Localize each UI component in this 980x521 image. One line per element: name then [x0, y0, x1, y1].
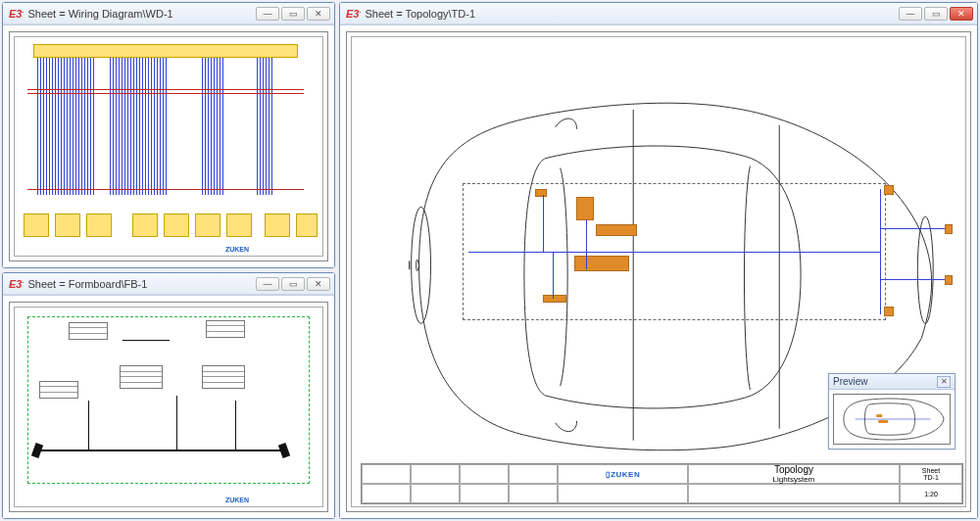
component-connector[interactable]: [543, 295, 566, 303]
data-table: [202, 365, 245, 389]
close-button[interactable]: ✕: [307, 277, 330, 291]
preview-titlebar[interactable]: Preview ✕: [829, 374, 955, 390]
connector-block: [265, 213, 290, 237]
topology-wire: [880, 279, 945, 280]
topology-wire: [586, 220, 587, 269]
component-module[interactable]: [596, 224, 637, 236]
zuken-logo: ZUKEN: [225, 246, 249, 253]
canvas-td[interactable]: ZUKEN Topology Lightsystem Sheet TD-1: [340, 24, 977, 518]
titleblock: ZUKEN Topology Lightsystem Sheet TD-1: [361, 463, 963, 504]
window-title-wd: Sheet = Wiring Diagram\WD-1: [27, 8, 172, 20]
component-ecu[interactable]: [576, 197, 594, 220]
connector-block: [296, 213, 318, 237]
topology-wire: [880, 189, 881, 314]
titleblock-scale: 1:20: [900, 484, 962, 503]
topology-wire: [880, 228, 945, 229]
svg-rect-3: [878, 420, 888, 423]
component-light[interactable]: [884, 307, 894, 316]
component-light[interactable]: [945, 275, 953, 285]
drawing-frame-wd: ZUKEN: [9, 31, 328, 261]
component-light[interactable]: [945, 224, 953, 234]
titleblock-subtitle: Lightsystem: [773, 475, 815, 484]
connector-block: [195, 213, 220, 237]
formboard-outline: [27, 316, 310, 484]
minimize-button[interactable]: —: [899, 7, 922, 21]
app-brand-icon: E3.: [346, 7, 361, 20]
data-table: [120, 365, 163, 389]
topology-wire: [543, 195, 544, 252]
maximize-button[interactable]: ▭: [281, 277, 305, 291]
canvas-wd[interactable]: ZUKEN: [3, 24, 334, 267]
data-table: [206, 320, 245, 338]
preview-close-button[interactable]: ✕: [937, 376, 951, 388]
window-controls-td: — ▭ ✕: [899, 7, 973, 21]
connector-strip-top: [33, 44, 298, 58]
zuken-logo: ZUKEN: [606, 470, 641, 479]
harness-branch: [176, 396, 177, 450]
titlebar-td[interactable]: E3. Sheet = Topology\TD-1 — ▭ ✕: [340, 3, 977, 24]
window-wiring-diagram[interactable]: E3. Sheet = Wiring Diagram\WD-1 — ▭ ✕: [2, 2, 335, 268]
preview-pane[interactable]: Preview ✕: [828, 373, 956, 450]
harness-branch: [88, 401, 89, 450]
preview-title-text: Preview: [833, 376, 868, 387]
connector-block: [24, 213, 49, 237]
window-formboard[interactable]: E3. Sheet = Formboard\FB-1 — ▭ ✕: [2, 272, 335, 519]
data-table: [39, 381, 78, 399]
power-rail: [27, 189, 304, 190]
window-title-td: Sheet = Topology\TD-1: [365, 8, 475, 20]
titleblock-sheet-label: Sheet: [922, 467, 940, 474]
app-brand-icon: E3.: [9, 277, 24, 290]
canvas-fb[interactable]: ZUKEN: [3, 295, 334, 518]
minimize-button[interactable]: —: [256, 7, 279, 21]
close-button[interactable]: ✕: [950, 7, 973, 21]
window-title-fb: Sheet = Formboard\FB-1: [27, 278, 147, 290]
drawing-frame-fb: ZUKEN: [9, 302, 328, 512]
topology-wire: [468, 252, 880, 253]
titleblock-title: Topology: [774, 464, 813, 475]
maximize-button[interactable]: ▭: [924, 7, 948, 21]
harness-branch: [235, 401, 236, 450]
connector-block: [226, 213, 252, 237]
connector-block: [55, 213, 80, 237]
window-topology[interactable]: E3. Sheet = Topology\TD-1 — ▭ ✕: [339, 2, 978, 519]
titleblock-sheet-value: TD-1: [923, 474, 939, 481]
component-connector[interactable]: [535, 189, 547, 197]
component-fusebox[interactable]: [574, 256, 629, 271]
maximize-button[interactable]: ▭: [281, 7, 305, 21]
connector-block: [86, 213, 112, 237]
zuken-logo: ZUKEN: [225, 497, 249, 503]
close-button[interactable]: ✕: [307, 7, 330, 21]
power-rail: [27, 93, 304, 94]
connector-block: [164, 213, 189, 237]
window-controls-fb: — ▭ ✕: [256, 277, 330, 291]
component-light[interactable]: [884, 185, 894, 195]
app-brand-icon: E3.: [9, 7, 24, 20]
harness-trunk: [37, 450, 282, 451]
minimize-button[interactable]: —: [256, 277, 279, 291]
harness-branch: [122, 340, 170, 341]
topology-wire: [553, 252, 554, 299]
connector-block: [132, 213, 158, 237]
svg-rect-2: [876, 414, 882, 417]
power-rail: [27, 89, 304, 90]
titlebar-fb[interactable]: E3. Sheet = Formboard\FB-1 — ▭ ✕: [3, 273, 334, 295]
data-table: [69, 322, 108, 340]
titlebar-wd[interactable]: E3. Sheet = Wiring Diagram\WD-1 — ▭ ✕: [3, 3, 334, 24]
preview-body: [829, 390, 955, 449]
window-controls-wd: — ▭ ✕: [256, 7, 330, 21]
